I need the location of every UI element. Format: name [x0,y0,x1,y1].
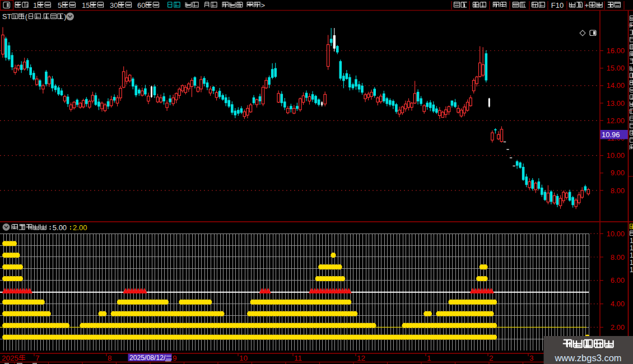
svg-text:1: 1 [630,251,633,259]
svg-text:10.00: 10.00 [606,151,625,160]
svg-text:4.00: 4.00 [611,300,625,308]
svg-text:.: . [41,13,44,21]
svg-text:10.00: 10.00 [606,230,625,238]
svg-text:1: 1 [630,237,633,245]
svg-text:12: 12 [357,354,365,362]
svg-text:5: 5 [58,1,62,10]
svg-text:6.00: 6.00 [611,276,625,284]
svg-text:8.00: 8.00 [611,253,625,262]
svg-text:11: 11 [294,354,302,362]
svg-text:5.00: 5.00 [53,223,67,232]
svg-text:10.96: 10.96 [602,130,620,139]
svg-text:1: 1 [427,354,431,362]
svg-text:2: 2 [489,354,494,362]
svg-text:1: 1 [33,1,37,10]
svg-text:12.00: 12.00 [606,116,625,125]
svg-text:www.zbgs3.com: www.zbgs3.com [554,353,621,363]
svg-text:1: 1 [630,244,633,252]
svg-text:13.00: 13.00 [606,99,625,108]
svg-text:2025: 2025 [2,354,18,362]
svg-text:15: 15 [82,1,90,10]
svg-text:8: 8 [108,354,112,362]
svg-text:15.00: 15.00 [606,64,625,72]
svg-text:30: 30 [110,1,118,10]
svg-text:8.00: 8.00 [611,186,625,195]
svg-text:60: 60 [137,1,145,10]
svg-text:1: 1 [630,259,633,267]
svg-text:): ) [64,13,66,21]
svg-text:7: 7 [35,354,40,362]
svg-text:10: 10 [239,354,248,362]
svg-text:2.00: 2.00 [611,323,625,332]
svg-text:9: 9 [173,354,177,362]
svg-text:14.00: 14.00 [606,81,625,90]
svg-text:2025/08/12/: 2025/08/12/ [129,354,166,362]
svg-text:F10: F10 [551,1,564,10]
svg-text:ST: ST [2,13,11,21]
svg-text:+: + [585,1,589,10]
svg-text:2.00: 2.00 [73,223,87,232]
svg-text:1: 1 [630,266,633,274]
svg-text:>: > [261,1,266,10]
svg-text:3: 3 [529,354,534,362]
svg-text:16.00: 16.00 [606,46,625,55]
svg-text:9.00: 9.00 [611,169,625,177]
